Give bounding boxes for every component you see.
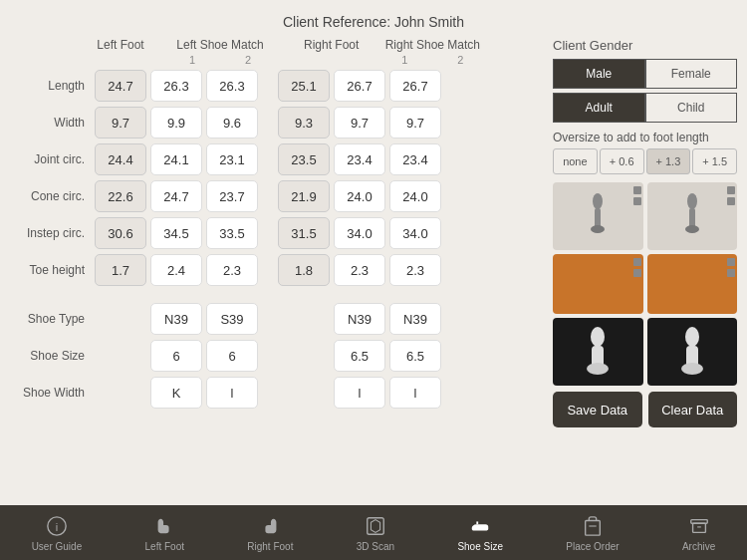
child-button[interactable]: Child — [645, 93, 738, 123]
lf-cell: 30.6 — [95, 217, 146, 249]
ls2-cell[interactable]: 23.7 — [206, 180, 258, 212]
nav-label-archive: Archive — [682, 541, 715, 552]
shoe-rs2-cell[interactable]: l — [389, 377, 441, 409]
shoe-ls2-cell[interactable]: 6 — [206, 340, 258, 372]
lf-cell: 9.7 — [95, 107, 146, 139]
nav-item-left-foot[interactable]: Left Foot — [145, 514, 184, 552]
shoe-ls1-cell[interactable]: 6 — [150, 340, 202, 372]
rs2-cell[interactable]: 24.0 — [389, 180, 441, 212]
oversize-option[interactable]: + 1.3 — [646, 148, 691, 174]
row-label: Width — [10, 116, 95, 130]
adult-child-row: Adult Child — [553, 93, 737, 123]
ls2-cell[interactable]: 23.1 — [206, 143, 258, 175]
rf-cell: 1.8 — [278, 254, 330, 286]
user-guide-icon: i — [45, 514, 69, 538]
rf-cell: 31.5 — [278, 217, 330, 249]
svg-point-2 — [591, 225, 605, 233]
rs2-cell[interactable]: 34.0 — [389, 217, 441, 249]
left-shoe-sub2: 2 — [222, 54, 274, 66]
nav-item-shoe-size[interactable]: Shoe Size — [457, 514, 503, 552]
right-shoe-sub1: 1 — [378, 54, 430, 66]
ls2-cell[interactable]: 33.5 — [206, 217, 258, 249]
oversize-option[interactable]: + 1.5 — [692, 148, 737, 174]
foot-images-row3 — [553, 318, 737, 386]
rs1-cell[interactable]: 26.7 — [334, 70, 385, 102]
svg-point-9 — [685, 327, 699, 347]
adult-button[interactable]: Adult — [553, 93, 645, 123]
rs2-cell[interactable]: 9.7 — [389, 107, 441, 139]
save-data-button[interactable]: Save Data — [553, 392, 642, 427]
nav-label-place-order: Place Order — [566, 541, 619, 552]
measurement-row: Cone circ. 22.6 24.7 23.7 21.9 24.0 24.0 — [10, 180, 538, 212]
rs1-cell[interactable]: 2.3 — [334, 254, 385, 286]
nav-item-3d-scan[interactable]: 3D Scan — [357, 514, 394, 552]
nav-label-left-foot: Left Foot — [145, 541, 184, 552]
shoe-rs1-cell[interactable]: N39 — [334, 303, 385, 335]
shoe-ls1-cell[interactable]: K — [150, 377, 202, 409]
male-button[interactable]: Male — [553, 59, 645, 89]
column-headers: Left Foot Left Shoe Match 1 2 Right Foot… — [10, 38, 538, 66]
archive-icon — [687, 514, 711, 538]
rs2-cell[interactable]: 23.4 — [389, 143, 441, 175]
shoe-rs1-cell[interactable]: l — [334, 377, 385, 409]
oversize-option[interactable]: + 0.6 — [600, 148, 644, 174]
measurement-row: Length 24.7 26.3 26.3 25.1 26.7 26.7 — [10, 70, 538, 102]
nav-item-archive[interactable]: Archive — [682, 514, 715, 552]
row-label: Joint circ. — [10, 152, 95, 166]
shoe-ls1-cell[interactable]: N39 — [150, 303, 202, 335]
shoe-size-icon — [468, 514, 492, 538]
nav-label-user-guide: User Guide — [32, 541, 83, 552]
svg-point-5 — [685, 225, 699, 233]
female-button[interactable]: Female — [645, 59, 738, 89]
right-foot-image-2 — [647, 254, 738, 314]
ls2-cell[interactable]: 2.3 — [206, 254, 258, 286]
measurement-rows: Length 24.7 26.3 26.3 25.1 26.7 26.7 Wid… — [10, 70, 538, 286]
ls1-cell[interactable]: 24.7 — [150, 180, 202, 212]
right-foot-image-3 — [647, 318, 738, 386]
left-foot-image-3 — [553, 318, 643, 386]
shoe-rs2-cell[interactable]: 6.5 — [389, 340, 441, 372]
rs1-cell[interactable]: 34.0 — [334, 217, 385, 249]
svg-point-6 — [591, 327, 605, 347]
oversize-title: Oversize to add to foot length — [553, 131, 737, 144]
oversize-options: none+ 0.6+ 1.3+ 1.5 — [553, 148, 737, 174]
lf-cell: 1.7 — [95, 254, 146, 286]
rs1-cell[interactable]: 24.0 — [334, 180, 385, 212]
lf-cell: 24.7 — [95, 70, 146, 102]
rs1-cell[interactable]: 9.7 — [334, 107, 385, 139]
nav-item-place-order[interactable]: Place Order — [566, 514, 619, 552]
male-female-row: Male Female — [553, 59, 737, 89]
nav-item-user-guide[interactable]: i User Guide — [32, 514, 83, 552]
row-label: Instep circ. — [10, 226, 95, 240]
foot-images-row2 — [553, 254, 737, 314]
shoe-row: Shoe Width K l l l — [10, 377, 538, 409]
shoe-ls2-cell[interactable]: l — [206, 377, 258, 409]
shoe-ls2-cell[interactable]: S39 — [206, 303, 258, 335]
shoe-row: Shoe Type N39 S39 N39 N39 — [10, 303, 538, 335]
row-label: Cone circ. — [10, 189, 95, 203]
ls2-cell[interactable]: 26.3 — [206, 70, 258, 102]
ls2-cell[interactable]: 9.6 — [206, 107, 258, 139]
left-foot-header: Left Foot — [97, 38, 143, 52]
rf-cell: 25.1 — [278, 70, 330, 102]
oversize-option[interactable]: none — [553, 148, 598, 174]
clear-data-button[interactable]: Clear Data — [648, 392, 738, 427]
shoe-rs2-cell[interactable]: N39 — [389, 303, 441, 335]
lf-cell: 24.4 — [95, 143, 146, 175]
svg-rect-18 — [692, 523, 705, 532]
ls1-cell[interactable]: 26.3 — [150, 70, 202, 102]
ls1-cell[interactable]: 24.1 — [150, 143, 202, 175]
ls1-cell[interactable]: 34.5 — [150, 217, 202, 249]
ls1-cell[interactable]: 2.4 — [150, 254, 202, 286]
ls1-cell[interactable]: 9.9 — [150, 107, 202, 139]
nav-item-right-foot[interactable]: Right Foot — [247, 514, 293, 552]
right-shoe-header: Right Shoe Match — [385, 38, 480, 52]
measurement-row: Toe height 1.7 2.4 2.3 1.8 2.3 2.3 — [10, 254, 538, 286]
shoe-rs1-cell[interactable]: 6.5 — [334, 340, 385, 372]
svg-rect-15 — [586, 520, 601, 535]
rs1-cell[interactable]: 23.4 — [334, 143, 385, 175]
rs2-cell[interactable]: 26.7 — [389, 70, 441, 102]
left-foot-image-1 — [553, 182, 643, 250]
measurement-row: Width 9.7 9.9 9.6 9.3 9.7 9.7 — [10, 107, 538, 139]
rs2-cell[interactable]: 2.3 — [389, 254, 441, 286]
